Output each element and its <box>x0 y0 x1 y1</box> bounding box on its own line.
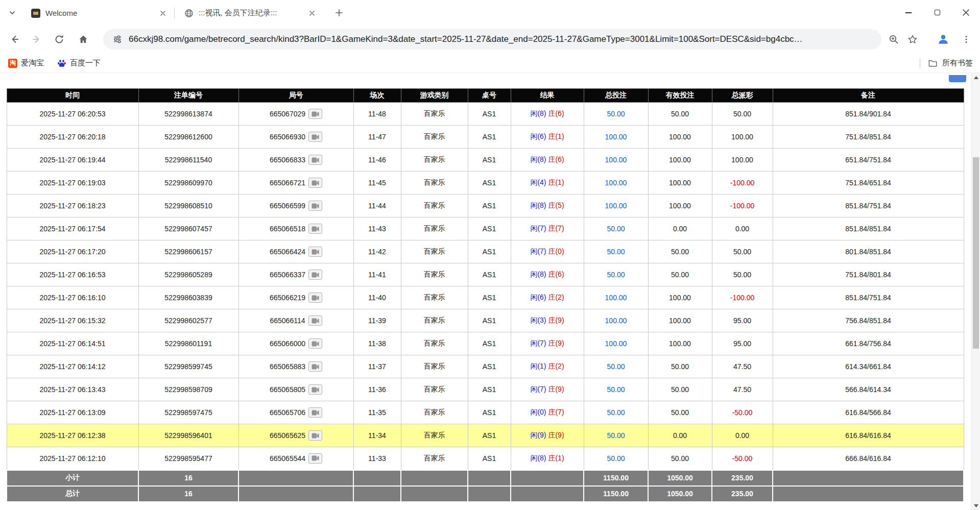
video-replay-button[interactable] <box>308 384 322 395</box>
bookmark-star-button[interactable] <box>904 31 921 48</box>
bookmark-taobao[interactable]: 淘 爱淘宝 <box>8 58 44 68</box>
cell-total-bet[interactable]: 50.00 <box>584 378 648 401</box>
cell-total-bet[interactable]: 100.00 <box>584 172 648 195</box>
cell-table-no: AS1 <box>468 447 511 470</box>
cell-session: 11-43 <box>353 217 401 240</box>
cell-payout: 95.00 <box>712 332 773 355</box>
profile-avatar[interactable] <box>935 31 952 48</box>
tab-bet-record[interactable]: :::视讯, 会员下注纪录::: <box>178 4 322 22</box>
cell-time: 2025-11-27 06:17:54 <box>7 217 138 240</box>
video-replay-button[interactable] <box>308 132 322 142</box>
forward-button[interactable] <box>28 31 45 48</box>
cell-round-id: 665066219 <box>238 286 353 309</box>
zoom-button[interactable] <box>885 31 902 48</box>
table-row: 2025-11-27 06:15:32522998602577665066114… <box>7 309 964 332</box>
cell-remark: 851.84/901.84 <box>773 103 964 126</box>
scrollbar-thumb[interactable] <box>973 157 979 349</box>
video-replay-button[interactable] <box>308 224 322 234</box>
cell-payout: 0.00 <box>712 424 773 447</box>
column-header: 游戏类别 <box>401 89 468 103</box>
video-replay-button[interactable] <box>308 293 322 303</box>
close-window-button[interactable] <box>951 0 980 25</box>
cell-total-bet[interactable]: 50.00 <box>584 263 648 286</box>
bet-record-table: 时间注单编号局号场次游戏类别桌号结果总投注有效投注总派彩备注 2025-11-2… <box>6 88 964 502</box>
tab-welcome[interactable]: Welcome <box>25 4 173 22</box>
cell-time: 2025-11-27 06:13:09 <box>7 401 138 424</box>
cell-valid-bet: 100.00 <box>648 172 712 195</box>
vertical-scrollbar[interactable] <box>971 73 980 510</box>
subtotal-label: 小计 <box>7 470 138 486</box>
url-text[interactable]: 66cxkj98.com/game/betrecord_search/kind3… <box>129 34 803 44</box>
close-x-icon <box>160 11 165 16</box>
scroll-up-button[interactable] <box>972 73 980 82</box>
camera-icon <box>312 272 319 278</box>
cell-session: 11-40 <box>353 286 401 309</box>
home-button[interactable] <box>75 31 92 48</box>
address-bar[interactable]: 66cxkj98.com/game/betrecord_search/kind3… <box>103 29 881 50</box>
cell-valid-bet: 100.00 <box>648 149 712 172</box>
cell-total-bet[interactable]: 100.00 <box>584 309 648 332</box>
cell-payout: 100.00 <box>712 149 773 172</box>
cell-bet-id: 522998602577 <box>138 309 238 332</box>
tab-search-button[interactable] <box>5 6 19 20</box>
cell-total-bet[interactable]: 50.00 <box>584 401 648 424</box>
cell-total-bet[interactable]: 100.00 <box>584 149 648 172</box>
partial-blue-button[interactable] <box>949 75 966 82</box>
cell-bet-id: 522998603839 <box>138 286 238 309</box>
refresh-button[interactable] <box>51 31 68 48</box>
video-replay-button[interactable] <box>308 247 322 257</box>
video-replay-button[interactable] <box>308 361 322 372</box>
new-tab-button[interactable] <box>332 6 346 20</box>
cell-total-bet[interactable]: 100.00 <box>584 195 648 217</box>
cell-time: 2025-11-27 06:20:18 <box>7 126 138 149</box>
cell-valid-bet: 100.00 <box>648 309 712 332</box>
menu-button[interactable] <box>958 31 975 48</box>
video-replay-button[interactable] <box>308 407 322 418</box>
bookmark-baidu[interactable]: 百度一下 <box>57 58 101 68</box>
video-replay-button[interactable] <box>308 155 322 165</box>
close-tab-icon[interactable] <box>158 8 168 18</box>
video-replay-button[interactable] <box>308 453 322 464</box>
cell-total-bet[interactable]: 50.00 <box>584 355 648 378</box>
total-row: 总计 16 1150.00 1050.00 235.00 <box>7 486 964 502</box>
cell-round-id: 665065805 <box>238 378 353 401</box>
cell-payout: -50.00 <box>712 401 773 424</box>
cell-table-no: AS1 <box>468 172 511 195</box>
video-replay-button[interactable] <box>308 178 322 188</box>
table-row: 2025-11-27 06:13:43522998598709665065805… <box>7 378 964 401</box>
cell-total-bet[interactable]: 100.00 <box>584 126 648 149</box>
video-replay-button[interactable] <box>308 430 322 441</box>
back-button[interactable] <box>6 31 23 48</box>
cell-session: 11-42 <box>353 240 401 263</box>
close-tab-icon[interactable] <box>307 8 317 18</box>
cell-round-id: 665066000 <box>238 332 353 355</box>
video-replay-button[interactable] <box>308 201 322 211</box>
cell-payout: -50.00 <box>712 447 773 470</box>
cell-result: 闲(8) 庄(6) <box>511 263 584 286</box>
cell-result: 闲(0) 庄(7) <box>511 401 584 424</box>
all-bookmarks-button[interactable]: 所有书签 <box>920 58 973 68</box>
scroll-down-button[interactable] <box>972 501 980 510</box>
cell-result: 闲(8) 庄(1) <box>511 447 584 470</box>
column-header: 有效投注 <box>648 89 712 103</box>
cell-total-bet[interactable]: 50.00 <box>584 103 648 126</box>
video-replay-button[interactable] <box>308 315 322 326</box>
minimize-button[interactable] <box>894 0 923 25</box>
site-info-icon[interactable] <box>112 34 123 44</box>
cell-valid-bet: 50.00 <box>648 103 712 126</box>
cell-total-bet[interactable]: 100.00 <box>584 286 648 309</box>
video-replay-button[interactable] <box>308 270 322 280</box>
cell-total-bet[interactable]: 100.00 <box>584 332 648 355</box>
cell-game-type: 百家乐 <box>401 217 468 240</box>
cell-total-bet[interactable]: 50.00 <box>584 447 648 470</box>
video-replay-button[interactable] <box>308 109 322 119</box>
plus-icon <box>335 9 343 17</box>
cell-total-bet[interactable]: 50.00 <box>584 424 648 447</box>
cell-total-bet[interactable]: 50.00 <box>584 217 648 240</box>
video-replay-button[interactable] <box>308 338 322 349</box>
camera-icon <box>312 387 319 393</box>
maximize-button[interactable] <box>923 0 951 25</box>
refresh-icon <box>54 34 64 44</box>
cell-bet-id: 522998611540 <box>138 149 238 172</box>
cell-total-bet[interactable]: 50.00 <box>584 240 648 263</box>
